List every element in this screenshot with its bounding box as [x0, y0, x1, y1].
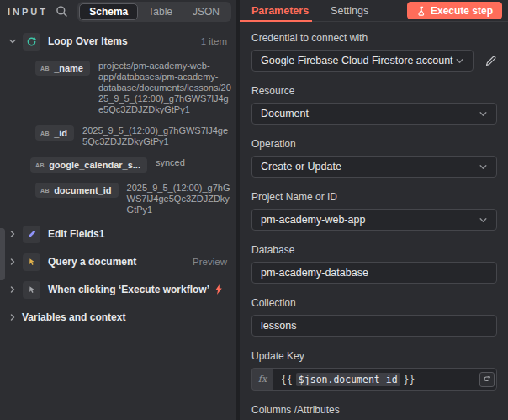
field-pill[interactable]: AB _id: [35, 125, 74, 141]
tab-parameters[interactable]: Parameters: [251, 5, 309, 17]
scrollbar-thumb[interactable]: [0, 228, 5, 280]
loop-icon: [23, 33, 40, 51]
field-columns: Columns /Attributes: [251, 404, 497, 420]
credential-select[interactable]: Google Firebase Cloud Firestore account: [251, 50, 474, 72]
node-label: Loop Over Items: [48, 35, 128, 47]
input-schema-tree: Loop Over Items 1 item AB _name projects…: [0, 23, 236, 327]
edit-credential-pencil-icon[interactable]: [484, 55, 497, 67]
field-label: Project Name or ID: [251, 191, 497, 203]
field-operation: Operation Create or Update: [251, 138, 497, 178]
field-label: Resource: [251, 85, 497, 97]
string-type-icon: AB: [40, 130, 50, 136]
field-label: Update Key: [251, 350, 497, 362]
node-label: When clicking ‘Execute workflow’: [48, 284, 209, 295]
chevron-right-icon[interactable]: [7, 285, 19, 294]
project-select[interactable]: pm-academy-web-app: [251, 209, 497, 231]
chevron-down-icon: [479, 162, 488, 172]
database-input[interactable]: [251, 262, 497, 284]
field-label: Columns /Attributes: [251, 404, 497, 416]
node-row-edit-fields[interactable]: Edit Fields1: [0, 225, 236, 243]
chevron-down-icon[interactable]: [7, 37, 19, 45]
cursor-icon: [23, 281, 40, 299]
update-key-expression-field[interactable]: fx {{ $json.document_id }}: [251, 368, 497, 391]
active-tab-underline: [240, 20, 312, 22]
schema-row-name: AB _name projects/pm-academy-web-app/dat…: [0, 61, 236, 115]
node-label: Edit Fields1: [48, 228, 104, 240]
field-project: Project Name or ID pm-academy-web-app: [251, 191, 497, 231]
item-count: 1 item: [201, 36, 227, 46]
field-value: synced: [156, 157, 231, 168]
node-label: Query a document: [48, 256, 136, 268]
operation-select[interactable]: Create or Update: [251, 156, 497, 178]
field-pill[interactable]: AB document_id: [35, 183, 119, 198]
field-value: 2025_9_5_(12:00)_g7hGWS7lJ4ge5Qc3ZDJZDky…: [82, 125, 231, 147]
preview-link[interactable]: Preview: [193, 257, 227, 267]
field-credential: Credential to connect with Google Fireba…: [251, 32, 497, 72]
fx-icon: fx: [251, 368, 273, 391]
string-type-icon: AB: [40, 188, 50, 194]
open-expression-editor-button[interactable]: [479, 372, 495, 387]
field-label: Database: [251, 244, 497, 256]
node-row-manual-trigger[interactable]: When clicking ‘Execute workflow’: [0, 280, 236, 299]
schema-row-google-calendar: AB google_calendar_s... synced: [0, 157, 236, 173]
input-panel-title: INPUT: [8, 7, 48, 17]
string-type-icon: AB: [35, 162, 45, 168]
node-row-query-document[interactable]: Query a document Preview: [0, 253, 236, 271]
field-label: Operation: [251, 138, 497, 150]
tab-schema[interactable]: Schema: [79, 3, 138, 20]
field-database: Database: [251, 244, 497, 284]
field-value: 2025_9_5_(12:00)_g7hGWS7lJ4ge5Qc3ZDJZDky…: [127, 183, 231, 215]
parameters-panel-header: Parameters Settings Execute step: [240, 0, 508, 22]
collection-input[interactable]: [251, 315, 497, 337]
pencil-icon: [23, 226, 40, 243]
tab-json[interactable]: JSON: [183, 3, 230, 20]
expression-variable: $json.document_id: [296, 373, 400, 386]
field-value: projects/pm-academy-web-app/databases/pm…: [98, 61, 231, 115]
node-row-variables-context[interactable]: Variables and context: [0, 308, 236, 327]
schema-row-document-id: AB document_id 2025_9_5_(12:00)_g7hGWS7l…: [0, 183, 236, 215]
chevron-down-icon: [479, 109, 488, 119]
chevron-down-icon: [479, 215, 488, 225]
tab-table[interactable]: Table: [138, 3, 183, 20]
chevron-right-icon[interactable]: [7, 258, 19, 266]
field-collection: Collection: [251, 297, 497, 337]
field-pill[interactable]: AB google_calendar_s...: [30, 157, 147, 173]
field-update-key: Update Key fx {{ $json.document_id }}: [251, 350, 497, 391]
field-pill[interactable]: AB _name: [35, 61, 90, 76]
lightning-icon: [214, 284, 223, 295]
display-mode-tabs: Schema Table JSON: [77, 2, 231, 22]
parameters-panel: Parameters Settings Execute step Credent…: [240, 0, 508, 420]
query-document-icon: [23, 253, 40, 271]
field-label: Credential to connect with: [251, 32, 497, 44]
execute-step-button[interactable]: Execute step: [407, 2, 502, 19]
schema-field-list: AB _name projects/pm-academy-web-app/dat…: [0, 61, 236, 215]
schema-row-id: AB _id 2025_9_5_(12:00)_g7hGWS7lJ4ge5Qc3…: [0, 125, 236, 147]
field-label: Collection: [251, 297, 497, 309]
parameters-form: Credential to connect with Google Fireba…: [240, 22, 508, 420]
tab-settings[interactable]: Settings: [331, 5, 368, 17]
expression-text[interactable]: {{ $json.document_id }}: [273, 368, 497, 391]
node-label: Variables and context: [22, 311, 125, 323]
input-panel-header: INPUT Schema Table JSON: [0, 0, 236, 23]
field-resource: Resource Document: [251, 85, 497, 125]
input-panel: INPUT Schema Table JSON Loop Over Items …: [0, 0, 240, 420]
node-row-loop-over-items[interactable]: Loop Over Items 1 item: [0, 32, 236, 51]
search-icon[interactable]: [56, 5, 68, 18]
flask-icon: [416, 6, 426, 16]
chevron-right-icon[interactable]: [7, 313, 19, 322]
chevron-down-icon: [455, 56, 464, 66]
string-type-icon: AB: [40, 66, 50, 72]
resource-select[interactable]: Document: [251, 103, 497, 125]
chevron-right-icon[interactable]: [7, 230, 19, 238]
